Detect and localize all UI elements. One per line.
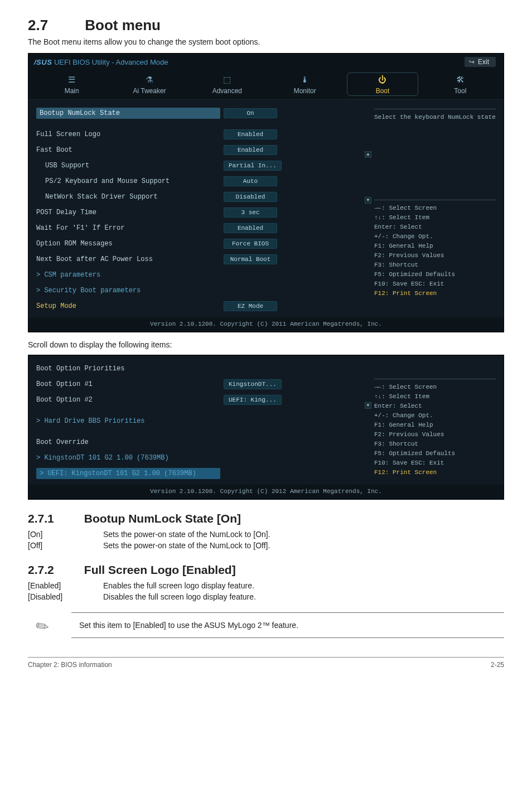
option-row[interactable]: Setup ModeEZ Mode (36, 298, 369, 314)
option-row[interactable]: Full Screen LogoEnabled (36, 127, 369, 142)
option-row[interactable]: Security Boot parameters (36, 283, 369, 298)
option-label: Boot Option Priorities (36, 365, 220, 373)
nav-label: Ai Tweaker (133, 87, 166, 95)
option-row[interactable]: Boot Option #1KingstonDT... (36, 376, 369, 392)
option-value[interactable]: Disabled (224, 192, 277, 202)
option-row[interactable]: UEFI: KingstonDT 101 G2 1.00 (7639MB) (36, 466, 369, 481)
intro-text: The Boot menu items allow you to change … (28, 37, 504, 46)
nav-tab-tool[interactable]: 🛠Tool (422, 69, 499, 99)
option-value[interactable]: KingstonDT... (224, 379, 282, 389)
option-value[interactable]: UEFI: King... (224, 395, 282, 405)
option-row[interactable]: Boot Option Priorities (36, 361, 369, 376)
section-title: Boot menu (85, 17, 161, 33)
option-value[interactable]: On (224, 108, 277, 118)
scroll-up-icon[interactable]: ▲ (365, 151, 371, 158)
subsection-number: 2.7.1 (28, 512, 81, 525)
definition-value: Disables the full screen logo display fe… (103, 591, 256, 602)
option-row[interactable]: Wait For 'F1' If ErrorEnabled (36, 220, 369, 236)
option-value[interactable]: Auto (224, 176, 277, 186)
nav-tab-boot[interactable]: ⏻Boot (344, 69, 421, 99)
key-hint: +/-: Change Opt. (374, 232, 496, 241)
scroll-caption: Scroll down to display the following ite… (28, 340, 504, 349)
option-row[interactable]: USB SupportPartial In... (36, 158, 369, 173)
option-label: Hard Drive BBS Priorities (36, 417, 220, 425)
key-hint: Enter: Select (374, 402, 496, 411)
option-label: Bootup NumLock State (36, 108, 220, 119)
nav-icon: 🛠 (424, 75, 497, 85)
subsection-number: 2.7.2 (28, 563, 81, 577)
option-row[interactable]: Fast BootEnabled (36, 142, 369, 158)
option-value[interactable]: 3 sec (224, 207, 277, 218)
bios-footer-2: Version 2.10.1208. Copyright (C) 2012 Am… (28, 485, 504, 499)
page-footer: Chapter 2: BIOS information 2-25 (28, 657, 504, 669)
nav-tab-ai-tweaker[interactable]: ⚗Ai Tweaker (110, 69, 188, 99)
nav-label: Advanced (212, 87, 242, 95)
nav-icon: ⬚ (191, 75, 264, 85)
bios-panel-main: /SUS UEFI BIOS Utility - Advanced Mode E… (28, 53, 504, 332)
option-value[interactable]: Force BIOS (224, 239, 277, 249)
nav-label: Monitor (294, 87, 316, 95)
table-row: [Enabled]Enables the full screen logo di… (28, 580, 256, 591)
key-hint: F3: Shortcut (374, 439, 496, 449)
option-label: Setup Mode (36, 302, 220, 310)
key-hint: ↑↓: Select Item (374, 213, 496, 223)
option-row[interactable]: Next Boot after AC Power LossNormal Boot (36, 252, 369, 267)
nav-tab-monitor[interactable]: 🌡Monitor (266, 69, 344, 99)
option-label: Full Screen Logo (36, 131, 220, 138)
scroll-down-icon[interactable]: ▼ (365, 402, 371, 409)
option-label: Boot Option #2 (36, 396, 220, 404)
option-row[interactable]: Option ROM MessagesForce BIOS (36, 236, 369, 252)
key-hint: →←: Select Screen (374, 204, 496, 213)
option-row[interactable]: NetWork Stack Driver SupportDisabled (36, 189, 369, 205)
definition-value: Enables the full screen logo display fea… (103, 580, 256, 591)
note-block: ✎ Set this item to [Enabled] to use the … (71, 612, 504, 638)
option-row[interactable]: KingstonDT 101 G2 1.00 (7639MB) (36, 450, 369, 466)
nav-tab-advanced[interactable]: ⬚Advanced (188, 69, 266, 99)
option-value[interactable]: Enabled (224, 145, 277, 155)
option-value[interactable]: Partial In... (224, 161, 282, 171)
scrollbar[interactable]: ▲ ▼ (366, 121, 370, 301)
definition-key: [Enabled] (28, 580, 103, 591)
key-help: →←: Select Screen↑↓: Select ItemEnter: S… (374, 204, 496, 298)
subsection-title: Full Screen Logo [Enabled] (84, 563, 236, 576)
nav-icon: ☰ (35, 75, 108, 85)
option-row[interactable]: Hard Drive BBS Priorities (36, 413, 369, 429)
scroll-down-icon[interactable]: ▼ (365, 197, 371, 204)
footer-left: Chapter 2: BIOS information (28, 661, 112, 669)
option-row[interactable]: PS/2 Keyboard and Mouse SupportAuto (36, 173, 369, 189)
nav-icon: ⚗ (113, 75, 186, 85)
option-value[interactable]: Normal Boot (224, 254, 277, 264)
option-value[interactable]: Enabled (224, 223, 277, 233)
option-row[interactable]: Bootup NumLock StateOn (36, 105, 369, 121)
option-row[interactable]: POST Delay Time3 sec (36, 205, 369, 220)
option-value[interactable]: EZ Mode (224, 301, 277, 311)
nav-tab-main[interactable]: ☰Main (33, 69, 110, 99)
key-hint: F2: Previous Values (374, 251, 496, 260)
option-row[interactable]: Boot Override (36, 434, 369, 450)
bios-footer: Version 2.10.1208. Copyright (C) 2011 Am… (28, 317, 504, 332)
note-text: Set this item to [Enabled] to use the AS… (79, 621, 298, 630)
key-hint: F3: Shortcut (374, 260, 496, 270)
help-text: Select the keyboard NumLock state (374, 113, 496, 196)
option-value[interactable]: Enabled (224, 129, 277, 139)
option-row[interactable]: CSM parameters (36, 267, 369, 283)
definition-value: Sets the power-on state of the NumLock t… (103, 540, 270, 551)
scrollbar[interactable]: ▼ (366, 376, 370, 468)
bios-title: /SUS UEFI BIOS Utility - Advanced Mode (34, 58, 168, 66)
table-row: [Off]Sets the power-on state of the NumL… (28, 540, 270, 551)
option-label: Security Boot parameters (36, 287, 220, 294)
definition-table: [On]Sets the power-on state of the NumLo… (28, 529, 270, 551)
key-hint-print: F12: Print Screen (374, 468, 496, 477)
bios-header: /SUS UEFI BIOS Utility - Advanced Mode E… (28, 54, 504, 69)
option-row[interactable]: Boot Option #2UEFI: King... (36, 392, 369, 408)
option-label: UEFI: KingstonDT 101 G2 1.00 (7639MB) (36, 468, 220, 479)
key-hint: +/-: Change Opt. (374, 411, 496, 421)
help-column: ▲ ▼ Select the keyboard NumLock state →←… (369, 105, 496, 314)
key-hint: F1: General Help (374, 421, 496, 430)
exit-button[interactable]: Exit (465, 57, 496, 67)
option-label: CSM parameters (36, 271, 220, 279)
nav-icon: 🌡 (268, 75, 341, 85)
option-label: Boot Option #1 (36, 380, 220, 388)
subsection-heading: 2.7.2 Full Screen Logo [Enabled] (28, 563, 504, 577)
options-column: Bootup NumLock StateOnFull Screen LogoEn… (36, 105, 369, 314)
